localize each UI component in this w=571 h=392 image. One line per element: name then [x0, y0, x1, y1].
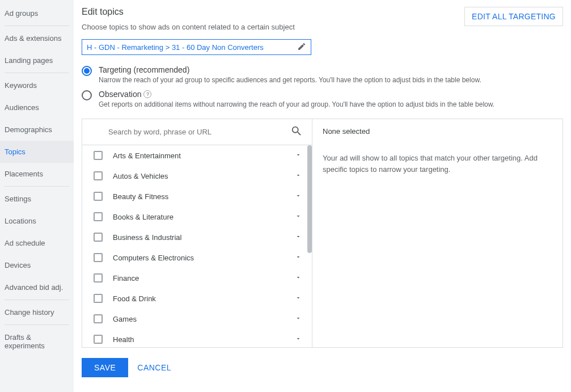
topic-row[interactable]: Games	[82, 309, 312, 329]
sidebar-item-devices[interactable]: Devices	[0, 254, 74, 276]
checkbox-icon[interactable]	[94, 314, 103, 323]
sidebar-item-settings[interactable]: Settings	[0, 188, 74, 210]
sidebar-item-change-history[interactable]: Change history	[0, 301, 74, 323]
sidebar-item-keywords[interactable]: Keywords	[0, 74, 74, 96]
chevron-down-icon[interactable]	[295, 315, 302, 323]
checkbox-icon[interactable]	[94, 233, 103, 242]
topics-list: Arts & Entertainment Autos & Vehicles Be…	[82, 145, 312, 347]
sidebar-item-landing-pages[interactable]: Landing pages	[0, 49, 74, 71]
edit-all-targeting-button[interactable]: EDIT ALL TARGETING	[464, 7, 563, 26]
checkbox-icon[interactable]	[94, 192, 103, 201]
topic-label: Games	[113, 315, 285, 323]
observation-label: Observation ?	[99, 90, 494, 99]
sidebar-item-ads-extensions[interactable]: Ads & extensions	[0, 27, 74, 49]
checkbox-icon[interactable]	[94, 294, 103, 303]
checkbox-icon[interactable]	[94, 335, 103, 344]
checkbox-icon[interactable]	[94, 273, 103, 283]
search-row[interactable]	[82, 119, 312, 145]
main-content: Edit topics Choose topics to show ads on…	[74, 0, 571, 392]
topic-label: Computers & Electronics	[113, 254, 285, 262]
topic-row[interactable]: Finance	[82, 268, 312, 288]
save-button[interactable]: SAVE	[82, 358, 128, 377]
pencil-icon[interactable]	[297, 42, 306, 53]
topic-label: Arts & Entertainment	[113, 151, 285, 160]
targeting-label: Targeting (recommended)	[99, 65, 481, 74]
topic-label: Beauty & Fitness	[113, 192, 285, 201]
chevron-down-icon[interactable]	[295, 213, 302, 221]
search-icon[interactable]	[290, 125, 303, 139]
topic-picker: Arts & Entertainment Autos & Vehicles Be…	[82, 119, 563, 348]
cancel-button[interactable]: CANCEL	[137, 363, 171, 372]
radio-unselected-icon[interactable]	[82, 90, 92, 100]
topic-label: Food & Drink	[113, 294, 285, 303]
sidebar-item-topics[interactable]: Topics	[0, 141, 74, 163]
targeting-option[interactable]: Targeting (recommended) Narrow the reach…	[82, 65, 563, 84]
adgroup-text: H - GDN - Remarketing > 31 - 60 Day Non …	[87, 43, 264, 52]
checkbox-icon[interactable]	[94, 151, 103, 160]
chevron-down-icon[interactable]	[295, 151, 302, 160]
sidebar-item-audiences[interactable]: Audiences	[0, 96, 74, 119]
topic-label: Autos & Vehicles	[113, 172, 285, 180]
sidebar-item-advanced-bid[interactable]: Advanced bid adj.	[0, 276, 74, 298]
sidebar-item-demographics[interactable]: Demographics	[0, 119, 74, 141]
chevron-down-icon[interactable]	[295, 335, 302, 344]
scrollbar-thumb[interactable]	[307, 145, 312, 253]
sidebar-item-ad-groups[interactable]: Ad groups	[0, 2, 74, 24]
topic-row[interactable]: Computers & Electronics	[82, 247, 312, 268]
chevron-down-icon[interactable]	[295, 172, 302, 180]
checkbox-icon[interactable]	[94, 212, 103, 221]
page-title: Edit topics	[82, 7, 295, 17]
chevron-down-icon[interactable]	[295, 274, 302, 283]
sidebar-item-drafts-experiments[interactable]: Drafts & experiments	[0, 326, 74, 357]
footer: SAVE CANCEL	[82, 348, 563, 387]
topic-label: Finance	[113, 274, 285, 283]
checkbox-icon[interactable]	[94, 253, 103, 262]
sidebar: Ad groups Ads & extensions Landing pages…	[0, 0, 74, 392]
page-subtitle: Choose topics to show ads on content rel…	[82, 23, 295, 31]
topic-label: Books & Literature	[113, 213, 285, 221]
topic-row[interactable]: Autos & Vehicles	[82, 166, 312, 186]
chevron-down-icon[interactable]	[295, 254, 302, 262]
help-icon[interactable]: ?	[143, 90, 151, 98]
topic-row[interactable]: Arts & Entertainment	[82, 145, 312, 166]
radio-selected-icon[interactable]	[82, 66, 92, 76]
search-input[interactable]	[108, 128, 290, 136]
topic-row[interactable]: Books & Literature	[82, 206, 312, 227]
topic-row[interactable]: Food & Drink	[82, 288, 312, 309]
targeting-desc: Narrow the reach of your ad group to spe…	[99, 76, 481, 84]
picker-available: Arts & Entertainment Autos & Vehicles Be…	[82, 119, 312, 347]
topic-label: Health	[113, 335, 285, 344]
topic-row[interactable]: Health	[82, 329, 312, 347]
chevron-down-icon[interactable]	[295, 192, 302, 201]
topic-row[interactable]: Business & Industrial	[82, 227, 312, 247]
topic-label: Business & Industrial	[113, 233, 285, 242]
chevron-down-icon[interactable]	[295, 294, 302, 303]
checkbox-icon[interactable]	[94, 171, 103, 180]
observation-desc: Get reports on additional items without …	[99, 100, 494, 108]
picker-selected: None selected Your ad will show to all t…	[312, 119, 562, 347]
topic-row[interactable]: Beauty & Fitness	[82, 186, 312, 206]
sidebar-item-locations[interactable]: Locations	[0, 210, 74, 232]
chevron-down-icon[interactable]	[295, 233, 302, 242]
none-selected-desc: Your ad will show to all topics that mat…	[323, 153, 552, 175]
sidebar-item-ad-schedule[interactable]: Ad schedule	[0, 232, 74, 254]
observation-option[interactable]: Observation ? Get reports on additional …	[82, 90, 563, 108]
none-selected-title: None selected	[323, 127, 552, 136]
sidebar-item-placements[interactable]: Placements	[0, 163, 74, 185]
adgroup-field[interactable]: H - GDN - Remarketing > 31 - 60 Day Non …	[82, 39, 311, 55]
